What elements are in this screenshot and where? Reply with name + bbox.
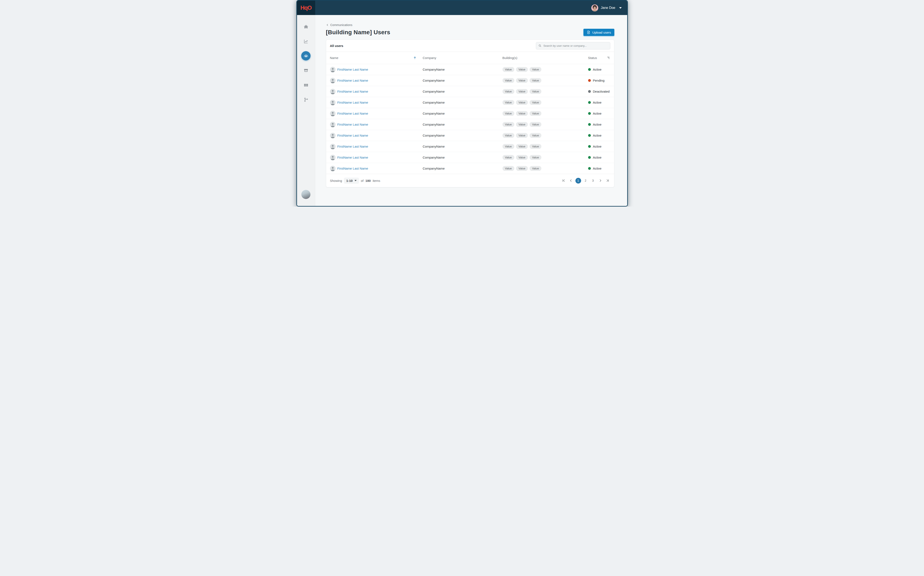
user-avatar — [330, 89, 336, 94]
user-name-link[interactable]: FirstName Last Name — [337, 166, 368, 170]
page-number-3[interactable]: 3 — [590, 178, 596, 184]
logo-block[interactable]: HqO — [297, 1, 315, 15]
search-box[interactable] — [536, 42, 610, 50]
building-chip: Value — [516, 166, 528, 171]
table-footer: Showing 1-10 of 180 items — [326, 174, 614, 187]
users-group-icon — [304, 53, 309, 58]
status-label: Deactivated — [593, 90, 610, 93]
user-name-link[interactable]: FirstName Last Name — [337, 90, 368, 93]
sidebar-item-apps[interactable] — [301, 80, 310, 90]
building-chip: Value — [529, 144, 541, 149]
filter-icon[interactable] — [606, 56, 610, 60]
building-chip: Value — [516, 89, 528, 94]
upload-users-label: Upload users — [592, 30, 611, 34]
buildings-cell: ValueValueValue — [502, 89, 588, 94]
table-row: FirstName Last Name CompanyName ValueVal… — [326, 75, 614, 86]
user-name-link[interactable]: FirstName Last Name — [337, 123, 368, 126]
building-chip: Value — [516, 133, 528, 138]
user-name-link[interactable]: FirstName Last Name — [337, 112, 368, 115]
status-dot — [588, 156, 591, 159]
user-name-link[interactable]: FirstName Last Name — [337, 156, 368, 159]
first-page-button[interactable] — [561, 178, 566, 183]
user-name-link[interactable]: FirstName Last Name — [337, 78, 368, 82]
building-chip: Value — [516, 100, 528, 105]
status-cell: Active — [588, 166, 610, 170]
company-cell: CompanyName — [423, 166, 502, 170]
page-size-select[interactable]: 1-10 — [344, 178, 359, 184]
page-number-1[interactable]: 1 — [576, 178, 581, 184]
column-header-status[interactable]: Status — [588, 56, 597, 60]
breadcrumb[interactable]: Communications — [326, 23, 352, 27]
items-label: items — [373, 179, 380, 182]
user-avatar — [330, 111, 336, 116]
building-chip: Value — [502, 166, 514, 171]
status-label: Active — [593, 123, 602, 126]
building-chip: Value — [529, 133, 541, 138]
company-cell: CompanyName — [423, 134, 502, 137]
status-label: Active — [593, 68, 602, 71]
status-dot — [588, 134, 591, 137]
sidebar-item-home[interactable] — [301, 22, 310, 31]
user-name-link[interactable]: FirstName Last Name — [337, 145, 368, 148]
user-avatar — [330, 100, 336, 105]
company-cell: CompanyName — [423, 68, 502, 71]
company-cell: CompanyName — [423, 112, 502, 115]
user-avatar — [330, 166, 336, 171]
user-name-link[interactable]: FirstName Last Name — [337, 101, 368, 104]
building-chip: Value — [529, 111, 541, 116]
previous-page-button[interactable] — [568, 178, 574, 183]
status-dot — [588, 145, 591, 148]
showing-label: Showing — [330, 179, 342, 182]
storefront-icon — [304, 68, 309, 73]
column-header-name[interactable]: Name — [330, 56, 339, 60]
buildings-cell: ValueValueValue — [502, 122, 588, 127]
card-title: All users — [330, 44, 343, 48]
chevron-down-icon — [355, 180, 356, 181]
buildings-cell: ValueValueValue — [502, 133, 588, 138]
apps-grid-icon — [304, 83, 309, 88]
column-header-buildings[interactable]: Building(s) — [502, 56, 518, 60]
sidebar-item-users[interactable] — [301, 51, 310, 61]
building-chip: Value — [516, 155, 528, 160]
building-chip: Value — [529, 78, 541, 83]
sidebar-item-analytics[interactable] — [301, 37, 310, 46]
user-avatar — [330, 133, 336, 138]
sidebar — [297, 15, 315, 206]
status-dot — [588, 123, 591, 126]
user-name-link[interactable]: FirstName Last Name — [337, 68, 368, 71]
buildings-cell: ValueValueValue — [502, 67, 588, 72]
table-row: FirstName Last Name CompanyName ValueVal… — [326, 119, 614, 130]
company-cell: CompanyName — [423, 123, 502, 126]
status-label: Active — [593, 101, 602, 104]
page-number-2[interactable]: 2 — [583, 178, 588, 184]
user-menu[interactable]: Jane Doe — [591, 5, 627, 11]
building-avatar[interactable] — [301, 190, 310, 199]
status-dot — [588, 90, 591, 93]
analytics-icon — [304, 39, 309, 44]
building-chip: Value — [516, 111, 528, 116]
search-input[interactable] — [544, 44, 608, 47]
building-chip: Value — [529, 100, 541, 105]
column-header-company[interactable]: Company — [423, 56, 436, 60]
upload-users-button[interactable]: Upload users — [583, 29, 614, 36]
sort-ascending-icon[interactable] — [413, 56, 417, 60]
building-chip: Value — [529, 122, 541, 127]
user-avatar — [330, 67, 336, 72]
main-content: Communications [Building Name] Users Upl… — [315, 15, 627, 206]
status-label: Active — [593, 134, 602, 137]
last-page-button[interactable] — [605, 178, 610, 183]
user-name-link[interactable]: FirstName Last Name — [337, 134, 368, 137]
user-avatar — [330, 122, 336, 127]
user-avatar — [591, 5, 598, 11]
company-cell: CompanyName — [423, 156, 502, 159]
status-dot — [588, 167, 591, 170]
status-cell: Pending — [588, 78, 610, 82]
sidebar-item-marketplace[interactable] — [301, 66, 310, 75]
building-chip: Value — [529, 155, 541, 160]
table-row: FirstName Last Name CompanyName ValueVal… — [326, 163, 614, 174]
chevron-left-icon — [326, 24, 329, 26]
sidebar-item-integrations[interactable] — [301, 95, 310, 104]
status-dot — [588, 68, 591, 71]
page-title: [Building Name] Users — [326, 29, 390, 36]
next-page-button[interactable] — [598, 178, 603, 183]
